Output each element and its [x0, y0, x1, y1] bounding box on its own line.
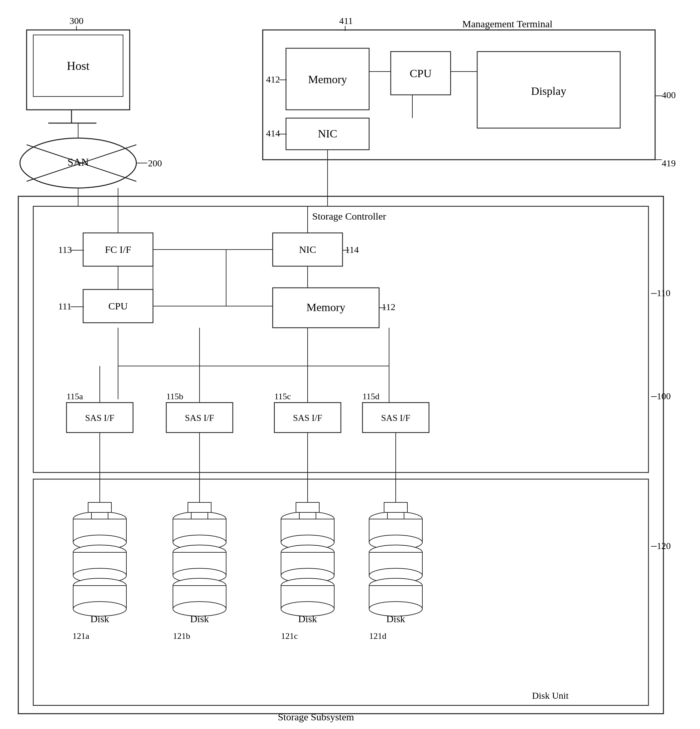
storage-subsystem-label: Storage Subsystem: [278, 712, 354, 722]
ref-115a: 115a: [67, 392, 83, 401]
ref-112: 112: [382, 302, 396, 312]
ref-411: 411: [339, 16, 353, 26]
diagram-svg: Host 300 SAN 200 Memory CPU NIC: [0, 0, 700, 729]
ref-121a: 121a: [72, 631, 90, 641]
ref-114: 114: [345, 245, 359, 255]
ref-419: 419: [662, 158, 676, 168]
ref-121b: 121b: [173, 631, 190, 641]
ref-414: 414: [266, 128, 280, 138]
ref-121d: 121d: [369, 631, 386, 641]
fc-if-label: FC I/F: [105, 244, 131, 255]
ref-200: 200: [148, 158, 162, 168]
nic-mid-label: NIC: [299, 244, 316, 255]
sas-c-label: SAS I/F: [293, 413, 322, 423]
disk-d-label: Disk: [386, 613, 405, 624]
cpu-top-label: CPU: [410, 67, 432, 80]
sas-a-label: SAS I/F: [85, 413, 114, 423]
ref-110: 110: [657, 288, 670, 298]
memory-top-label: Memory: [308, 73, 347, 86]
cpu-mid-label: CPU: [109, 301, 128, 311]
ref-300: 300: [70, 16, 84, 26]
ref-115b: 115b: [166, 392, 183, 401]
ref-120: 120: [657, 541, 671, 551]
ref-113: 113: [58, 245, 72, 255]
display-label: Display: [531, 85, 566, 97]
ref-412: 412: [266, 74, 280, 84]
disk-c-label: Disk: [298, 613, 317, 624]
nic-top-label: NIC: [318, 128, 338, 140]
disk-c-connector: [296, 502, 319, 513]
sas-d-label: SAS I/F: [381, 413, 410, 423]
ref-100: 100: [657, 391, 671, 401]
disk-d-connector: [384, 502, 407, 513]
sas-b-label: SAS I/F: [185, 413, 214, 423]
mgmt-terminal-label: Management Terminal: [462, 18, 552, 29]
san-label: SAN: [68, 156, 89, 168]
disk-a-label: Disk: [90, 613, 109, 624]
host-label: Host: [67, 59, 90, 73]
ref-400: 400: [662, 90, 676, 100]
ref-111: 111: [58, 301, 71, 311]
ref-115d: 115d: [362, 392, 380, 401]
disk-unit-label: Disk Unit: [532, 690, 569, 701]
disk-a-connector: [88, 502, 112, 513]
ref-115c: 115c: [274, 392, 291, 401]
disk-b-label: Disk: [190, 613, 209, 624]
ref-121c: 121c: [281, 631, 298, 641]
storage-controller-label: Storage Controller: [312, 211, 386, 222]
memory-mid-label: Memory: [306, 301, 345, 314]
disk-b-connector: [188, 502, 211, 513]
